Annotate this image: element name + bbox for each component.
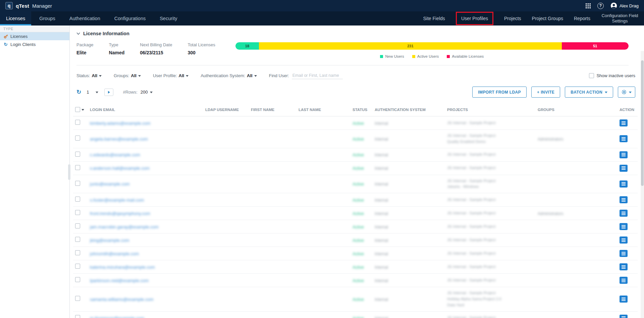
batch-action-button[interactable]: BATCH ACTION [565, 87, 613, 98]
sidebar-item-licenses[interactable]: Licenses [0, 32, 69, 40]
status-value: Active [353, 137, 364, 142]
select-menu-caret-icon[interactable] [82, 109, 84, 111]
row-action-button[interactable] [620, 196, 628, 203]
project-name: JG Internal - Sample Project [447, 290, 534, 296]
login-email-link[interactable]: jam.macrobin.garay@example.com [90, 224, 159, 229]
row-action-button[interactable] [620, 135, 628, 142]
login-email-link[interactable]: kimberly.adams@example.com [90, 121, 151, 126]
row-checkbox[interactable] [75, 296, 80, 301]
login-email-link[interactable]: s.foster@example-mail.com [90, 198, 144, 203]
nav-link-user-profiles-highlighted[interactable]: User Profiles [456, 12, 493, 25]
login-email-link[interactable]: lparkinson.reid@example.com [90, 278, 149, 283]
scrollbar-thumb[interactable] [641, 60, 644, 186]
row-action-button[interactable] [620, 277, 628, 284]
login-email-link[interactable]: m.thompson@example.com [90, 316, 144, 318]
col-login-email: LOGIN EMAIL [88, 103, 203, 116]
sidebar-item-login-clients[interactable]: ↻ Login Clients [0, 40, 69, 48]
user-menu[interactable]: Alex Drag [610, 2, 639, 9]
row-checkbox[interactable] [75, 152, 80, 157]
select-all-checkbox[interactable] [75, 107, 80, 112]
row-action-button[interactable] [620, 119, 628, 126]
sidebar-item-label: Licenses [10, 34, 28, 39]
caret-down-icon [254, 75, 257, 77]
row-action-button[interactable] [620, 315, 628, 318]
import-from-ldap-button[interactable]: IMPORT FROM LDAP [472, 87, 527, 98]
row-action-button[interactable] [620, 263, 628, 270]
row-action-button[interactable] [620, 151, 628, 158]
help-icon[interactable]: ? [597, 3, 604, 9]
nav-link-site-fields[interactable]: Site Fields [423, 16, 445, 21]
row-checkbox[interactable] [75, 250, 80, 255]
row-checkbox[interactable] [75, 237, 80, 242]
row-action-button[interactable] [620, 210, 628, 217]
nav-tab-licenses[interactable]: Licenses [0, 11, 31, 25]
col-groups: GROUPS [536, 103, 618, 116]
col-status: STATUS [351, 103, 373, 116]
nav-link-reports[interactable]: Reports [574, 16, 590, 21]
authentication-system-filter[interactable]: Authentication System: All [201, 73, 257, 78]
row-checkbox[interactable] [75, 181, 80, 186]
row-checkbox[interactable] [75, 223, 80, 228]
row-checkbox[interactable] [75, 315, 80, 318]
row-checkbox[interactable] [75, 210, 80, 215]
row-checkbox[interactable] [75, 120, 80, 125]
row-action-button[interactable] [620, 180, 628, 188]
next-page-button[interactable] [104, 89, 113, 96]
legend-label: Active Users [417, 54, 439, 58]
groups-filter[interactable]: Groups: All [114, 73, 141, 78]
row-action-button[interactable] [620, 236, 628, 244]
login-clients-icon: ↻ [3, 42, 8, 47]
authentication-system-value: Internal [375, 238, 388, 243]
nav-tab-label: Groups [39, 16, 55, 21]
field-value: 300 [187, 50, 215, 55]
caret-down-icon [605, 92, 607, 93]
nav-link-project-groups[interactable]: Project Groups [532, 16, 563, 21]
bar-segment-new-users: 18 [235, 42, 259, 50]
show-inactive-checkbox[interactable] [589, 73, 594, 78]
login-email-link[interactable]: katerina.mizuhara@example.com [90, 265, 155, 270]
row-checkbox[interactable] [75, 197, 80, 202]
row-checkbox[interactable] [75, 277, 80, 282]
status-value: Active [353, 238, 364, 243]
nav-tab-groups[interactable]: Groups [33, 11, 61, 25]
group-name: Administrators [538, 137, 564, 142]
row-action-button[interactable] [620, 165, 628, 172]
vertical-scrollbar[interactable] [641, 51, 644, 318]
table-settings-button[interactable] [618, 87, 635, 98]
row-action-button[interactable] [620, 296, 628, 303]
status-filter[interactable]: Status: All [76, 73, 102, 78]
nav-tab-configurations[interactable]: Configurations [108, 11, 152, 25]
find-user-input[interactable] [292, 72, 343, 79]
rows-per-page-selector[interactable]: 200 [141, 90, 153, 95]
row-action-button[interactable] [620, 250, 628, 257]
nav-tab-authentication[interactable]: Authentication [63, 11, 106, 25]
login-email-link[interactable]: jking@example.com [90, 238, 129, 243]
invite-button[interactable]: + INVITE [531, 87, 560, 98]
row-checkbox[interactable] [75, 136, 80, 141]
row-action-button[interactable] [620, 223, 628, 230]
filter-label: Groups: [114, 73, 129, 78]
login-email-link[interactable]: v.anderson.hall@example.com [90, 166, 150, 171]
nav-tab-security[interactable]: Security [154, 11, 183, 25]
menu-icon [622, 182, 626, 186]
license-section-toggle[interactable]: License Information [76, 31, 629, 36]
user-profile-filter[interactable]: User Profile: All [153, 73, 189, 78]
show-inactive-users-toggle[interactable]: Show inactive users [589, 73, 635, 78]
refresh-icon[interactable]: ↻ [76, 89, 81, 95]
caret-down-icon [138, 75, 141, 77]
login-email-link[interactable]: samanta.williams@example.com [90, 297, 153, 302]
filter-label: User Profile: [153, 73, 177, 78]
nav-link-projects[interactable]: Projects [504, 16, 521, 21]
login-email-link[interactable]: c.edwards@example.com [90, 152, 140, 157]
login-email-link[interactable]: angela.barnes@example.com [90, 137, 148, 142]
app-grid-icon[interactable] [586, 3, 591, 8]
nav-link-configuration-field-settings[interactable]: Configuration Field Settings [601, 13, 639, 24]
row-checkbox[interactable] [75, 165, 80, 170]
project-name: JG Internal - Sample Project [447, 251, 534, 257]
login-email-link[interactable]: junto@example.com [90, 181, 130, 187]
row-checkbox[interactable] [75, 264, 80, 269]
page-selector[interactable]: 1 [87, 90, 98, 95]
login-email-link[interactable]: front.trends@qasymphony.com [90, 211, 150, 216]
menu-icon [622, 166, 626, 170]
login-email-link[interactable]: johnsmith@example.com [90, 251, 139, 256]
